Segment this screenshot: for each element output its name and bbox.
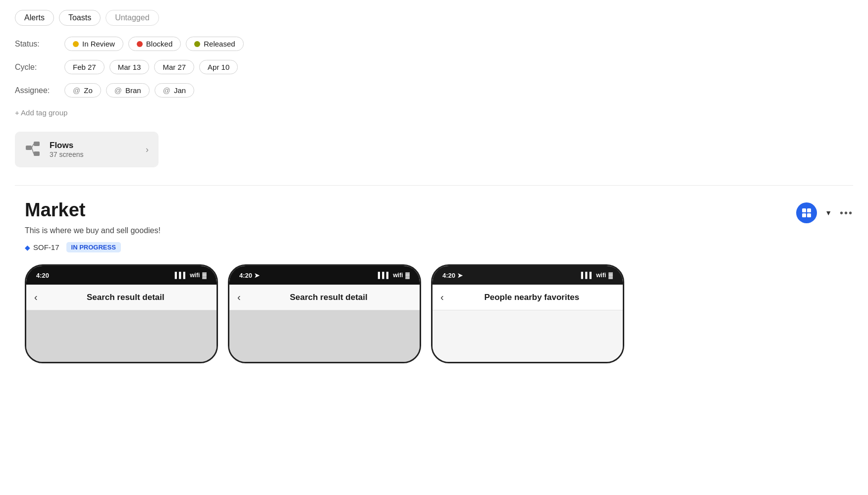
market-section: Market ▼ ••• This is where we buy and se… (15, 185, 853, 363)
phone-nav-bar-2: ‹ Search result detail (229, 285, 420, 310)
add-tag-group-button[interactable]: + Add tag group (15, 108, 67, 117)
phone-screen-3[interactable]: 4:20 ➤ ▌▌▌ wifi ▓ ‹ People nearby favori… (431, 264, 624, 363)
back-arrow-icon-2[interactable]: ‹ (237, 292, 241, 303)
cycle-chip-mar27[interactable]: Mar 27 (154, 60, 194, 74)
battery-icon-1: ▓ (202, 272, 207, 279)
phone-status-bar-1: 4:20 ▌▌▌ wifi ▓ (26, 266, 217, 285)
market-description: This is where we buy and sell goodies! (25, 226, 853, 235)
svg-rect-0 (26, 146, 32, 150)
market-more-button[interactable]: ••• (840, 207, 853, 219)
status-chip-released[interactable]: Released (186, 37, 243, 51)
cycle-feb27-label: Feb 27 (73, 63, 96, 71)
cycle-mar13-label: Mar 13 (118, 63, 141, 71)
status-released-label: Released (204, 40, 235, 48)
svg-rect-1 (34, 142, 40, 146)
flows-arrow-icon: › (146, 145, 149, 155)
cycle-mar27-label: Mar 27 (163, 63, 186, 71)
svg-rect-2 (34, 151, 40, 156)
flows-card[interactable]: Flows 37 screens › (15, 132, 159, 167)
wifi-icon-2: wifi (393, 272, 403, 279)
assignee-chip-jan[interactable]: @ Jan (155, 83, 194, 98)
phone-content-1 (26, 310, 217, 363)
svg-line-4 (32, 148, 34, 154)
flows-text: Flows 37 screens (50, 141, 139, 158)
battery-icon-2: ▓ (405, 272, 410, 279)
status-chip-blocked[interactable]: Blocked (128, 37, 181, 51)
phone-status-bar-2: 4:20 ➤ ▌▌▌ wifi ▓ (229, 266, 420, 285)
market-dropdown-arrow-icon[interactable]: ▼ (825, 209, 832, 217)
market-id-label: SOF-17 (33, 243, 59, 251)
cycle-chip-apr10[interactable]: Apr 10 (199, 60, 238, 74)
status-filter-row: Status: In Review Blocked Released (15, 37, 853, 51)
svg-rect-8 (807, 213, 811, 217)
assignee-filter-row: Assignee: @ Zo @ Bran @ Jan (15, 83, 853, 98)
phone-time-3: 4:20 ➤ (442, 272, 463, 279)
market-avatar[interactable] (796, 202, 817, 223)
phone-screen-1[interactable]: 4:20 ▌▌▌ wifi ▓ ‹ Search result detail (25, 264, 218, 363)
cycle-apr10-label: Apr 10 (208, 63, 229, 71)
back-arrow-icon-3[interactable]: ‹ (440, 292, 444, 303)
cycle-chip-feb27[interactable]: Feb 27 (64, 60, 105, 74)
status-filter-label: Status: (15, 40, 59, 49)
phone-status-right-3: ▌▌▌ wifi ▓ (581, 272, 613, 279)
assignee-jan-label: Jan (174, 86, 186, 95)
cycle-filter-row: Cycle: Feb 27 Mar 13 Mar 27 Apr 10 (15, 60, 853, 74)
svg-rect-7 (802, 213, 806, 217)
phone-status-bar-3: 4:20 ➤ ▌▌▌ wifi ▓ (433, 266, 623, 285)
market-id: ◆ SOF-17 (25, 243, 59, 251)
phone-time-1: 4:20 (36, 272, 49, 279)
at-sign-jan: @ (163, 86, 170, 95)
status-chip-in-review[interactable]: In Review (64, 37, 123, 51)
battery-icon-3: ▓ (608, 272, 613, 279)
flows-icon (25, 141, 43, 158)
cycle-filter-label: Cycle: (15, 63, 59, 72)
status-dot-olive (194, 41, 200, 47)
cycle-chip-mar13[interactable]: Mar 13 (109, 60, 150, 74)
at-sign-zo: @ (73, 86, 80, 95)
status-blocked-label: Blocked (146, 40, 172, 48)
tag-alerts[interactable]: Alerts (15, 10, 54, 26)
wifi-icon-3: wifi (596, 272, 606, 279)
phone-status-right-1: ▌▌▌ wifi ▓ (175, 272, 207, 279)
market-title: Market (25, 199, 86, 221)
assignee-bran-label: Bran (125, 86, 141, 95)
signal-icon-1: ▌▌▌ (175, 272, 188, 279)
svg-rect-5 (802, 208, 806, 212)
assignee-chip-bran[interactable]: @ Bran (106, 83, 150, 98)
flows-title: Flows (50, 141, 139, 150)
main-content: Alerts Toasts Untagged Status: In Review… (0, 0, 868, 373)
signal-icon-3: ▌▌▌ (581, 272, 594, 279)
phone-status-right-2: ▌▌▌ wifi ▓ (378, 272, 410, 279)
phone-nav-title-3: People nearby favorites (449, 293, 615, 302)
status-dot-red (137, 41, 143, 47)
flows-subtitle: 37 screens (50, 150, 139, 158)
signal-icon-2: ▌▌▌ (378, 272, 391, 279)
add-tag-group-label: + Add tag group (15, 108, 67, 117)
assignee-zo-label: Zo (84, 86, 93, 95)
diamond-icon: ◆ (25, 244, 30, 251)
phone-time-2: 4:20 ➤ (239, 272, 260, 279)
svg-rect-6 (807, 208, 811, 212)
market-header-actions: ▼ ••• (796, 202, 853, 223)
screens-row: 4:20 ▌▌▌ wifi ▓ ‹ Search result detail 4… (25, 264, 853, 363)
phone-nav-bar-3: ‹ People nearby favorites (433, 285, 623, 310)
phone-nav-title-2: Search result detail (246, 293, 412, 302)
phone-content-2 (229, 310, 420, 363)
in-progress-badge: IN PROGRESS (66, 242, 121, 252)
tags-row: Alerts Toasts Untagged (15, 10, 853, 26)
tag-untagged[interactable]: Untagged (106, 10, 159, 26)
status-in-review-label: In Review (82, 40, 115, 48)
phone-content-3 (433, 310, 623, 363)
svg-line-3 (32, 144, 34, 148)
back-arrow-icon-1[interactable]: ‹ (34, 292, 38, 303)
phone-screen-2[interactable]: 4:20 ➤ ▌▌▌ wifi ▓ ‹ Search result detail (228, 264, 421, 363)
market-header: Market ▼ ••• (25, 199, 853, 223)
tag-toasts[interactable]: Toasts (59, 10, 101, 26)
phone-nav-bar-1: ‹ Search result detail (26, 285, 217, 310)
phone-nav-title-1: Search result detail (43, 293, 209, 302)
wifi-icon-1: wifi (190, 272, 200, 279)
at-sign-bran: @ (114, 86, 122, 95)
market-meta: ◆ SOF-17 IN PROGRESS (25, 242, 853, 252)
assignee-filter-label: Assignee: (15, 86, 59, 95)
assignee-chip-zo[interactable]: @ Zo (64, 83, 101, 98)
